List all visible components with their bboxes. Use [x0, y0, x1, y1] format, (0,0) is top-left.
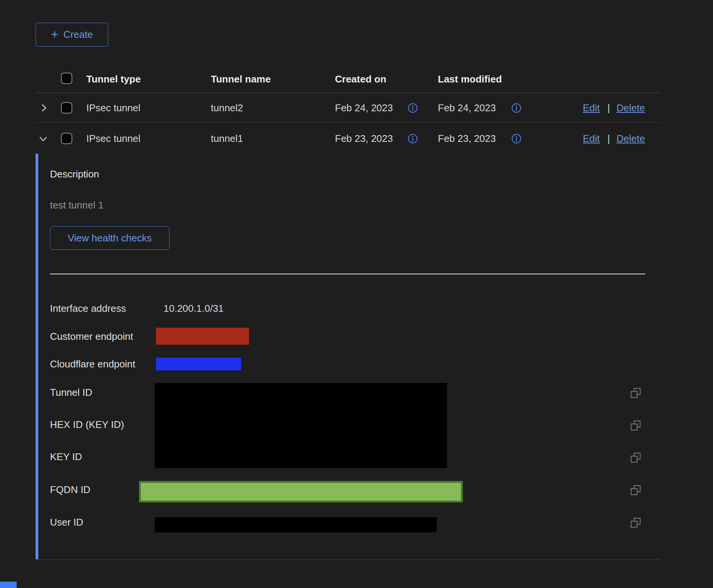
info-icon[interactable] — [408, 103, 418, 113]
bottom-edge-accent-strip — [0, 582, 17, 588]
cloudflare-endpoint-label: Cloudflare endpoint — [50, 358, 135, 370]
action-separator: | — [607, 102, 610, 114]
copy-tunnel-id-button[interactable] — [630, 387, 641, 399]
create-button[interactable]: + Create — [36, 23, 108, 47]
description-label: Description — [50, 168, 99, 180]
column-header-tunnel-type: Tunnel type — [86, 73, 141, 85]
column-header-last-modified: Last modified — [438, 73, 502, 85]
last-modified-cell: Feb 23, 2023 — [438, 133, 496, 144]
row-checkbox-tunnel2[interactable] — [61, 102, 72, 114]
cloudflare-endpoint-redacted-value — [156, 358, 241, 370]
tunnel-type-cell: IPsec tunnel — [86, 133, 140, 144]
fqdn-id-redacted-value — [139, 481, 463, 502]
action-separator: | — [607, 133, 610, 144]
column-header-tunnel-name: Tunnel name — [211, 73, 271, 85]
info-icon[interactable] — [511, 103, 522, 113]
tunnel-id-label: Tunnel ID — [50, 387, 92, 398]
interface-address-label: Interface address — [50, 303, 126, 314]
delete-link-tunnel2[interactable]: Delete — [616, 102, 645, 114]
tunnel-name-cell: tunnel1 — [211, 133, 243, 144]
expanded-row-indicator-bar — [36, 154, 38, 560]
info-icon[interactable] — [511, 134, 522, 144]
interface-address-value: 10.200.1.0/31 — [163, 303, 224, 314]
tunnel-type-cell: IPsec tunnel — [86, 102, 140, 114]
collapse-row-button[interactable] — [38, 134, 48, 144]
copy-icon — [630, 459, 641, 465]
row-checkbox-tunnel1[interactable] — [61, 133, 72, 144]
copy-icon — [630, 492, 641, 497]
select-all-checkbox[interactable] — [61, 73, 72, 84]
header-divider — [36, 93, 660, 93]
description-value: test tunnel 1 — [50, 199, 104, 211]
tunnel-name-cell: tunnel2 — [211, 102, 243, 114]
row-divider — [36, 122, 660, 123]
user-id-label: User ID — [50, 516, 83, 528]
hex-id-label: HEX ID (KEY ID) — [50, 419, 124, 430]
user-id-redacted-block — [155, 517, 437, 532]
expand-row-button[interactable] — [39, 103, 49, 113]
customer-endpoint-redacted-value — [156, 328, 249, 345]
delete-link-tunnel1[interactable]: Delete — [616, 133, 645, 144]
detail-section-divider — [50, 274, 645, 274]
edit-link-tunnel2[interactable]: Edit — [583, 102, 600, 114]
key-id-label: KEY ID — [50, 451, 82, 462]
view-health-checks-label: View health checks — [68, 232, 152, 244]
copy-icon — [630, 524, 641, 530]
edit-link-tunnel1[interactable]: Edit — [583, 133, 600, 144]
copy-icon — [630, 427, 641, 432]
copy-key-id-button[interactable] — [630, 452, 641, 464]
copy-fqdn-id-button[interactable] — [630, 484, 641, 496]
column-header-created-on: Created on — [335, 73, 386, 85]
copy-hex-id-button[interactable] — [630, 420, 641, 431]
create-button-label: Create — [63, 29, 93, 40]
fqdn-id-label: FQDN ID — [50, 484, 90, 495]
created-on-cell: Feb 23, 2023 — [335, 133, 393, 144]
created-on-cell: Feb 24, 2023 — [335, 102, 393, 114]
plus-icon: + — [51, 27, 59, 42]
view-health-checks-button[interactable]: View health checks — [50, 226, 170, 250]
chevron-down-icon — [38, 140, 48, 145]
last-modified-cell: Feb 24, 2023 — [438, 102, 496, 114]
copy-user-id-button[interactable] — [630, 517, 641, 529]
info-icon[interactable] — [408, 134, 418, 144]
copy-icon — [630, 394, 641, 400]
ipsec-tunnels-page: + Create Tunnel type Tunnel name Created… — [0, 0, 713, 588]
ids-redacted-block — [155, 383, 447, 468]
table-bottom-divider — [36, 559, 660, 560]
chevron-right-icon — [39, 109, 49, 114]
customer-endpoint-label: Customer endpoint — [50, 331, 133, 342]
